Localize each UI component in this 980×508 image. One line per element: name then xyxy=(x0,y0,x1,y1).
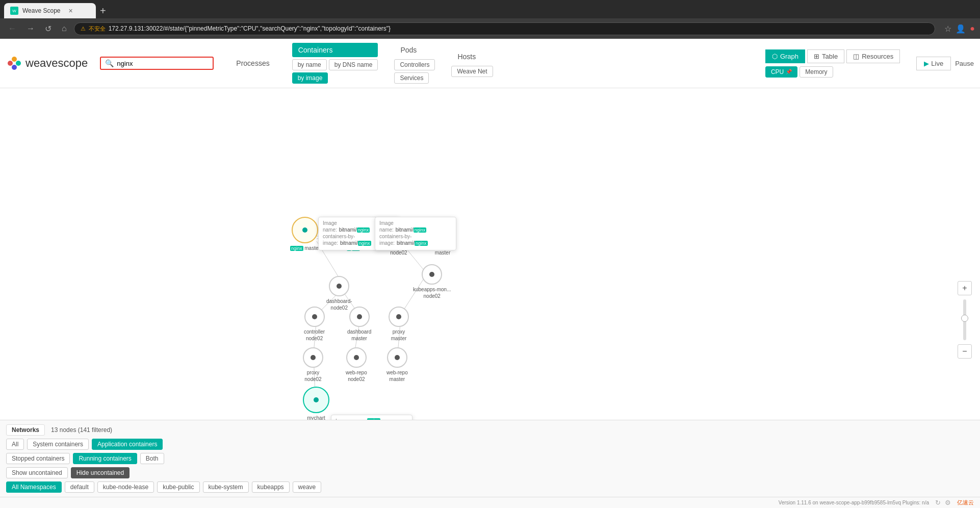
new-tab-button[interactable]: + xyxy=(96,5,110,17)
hide-uncontained-button[interactable]: Hide uncontained xyxy=(71,467,130,478)
node-label-proxy-master: proxymaster xyxy=(391,328,407,342)
subnav-services[interactable]: Services xyxy=(394,72,429,84)
node-circle-chartsvc-master xyxy=(432,221,453,241)
node-kubeapps-mon-node02[interactable]: kubeapps-mon...node02 xyxy=(413,264,451,299)
live-button[interactable]: ▶ Live xyxy=(916,57,951,70)
settings-version-icon[interactable]: ⚙ xyxy=(945,499,951,506)
ns-kubeapps-button[interactable]: kubeapps xyxy=(252,481,290,493)
containers-sub-row: by name by DNS name xyxy=(292,59,378,70)
node-circle-chartsvc-node02 xyxy=(389,221,409,241)
nav-containers[interactable]: Containers xyxy=(292,43,378,57)
cpu-label: CPU xyxy=(771,68,784,75)
node-proxy-node02[interactable]: proxynode02 xyxy=(303,347,323,383)
node-dot xyxy=(360,227,365,233)
resources-view-button[interactable]: ◫ Resources xyxy=(846,49,900,63)
svg-point-2 xyxy=(8,61,13,66)
ns-kube-node-lease-button[interactable]: kube-node-lease xyxy=(97,481,154,493)
graph-canvas[interactable]: nginx master Image name: bitnami/nginx c… xyxy=(0,88,980,420)
filter-stopped-button[interactable]: Stopped containers xyxy=(6,453,70,464)
profile-icon[interactable]: 👤 xyxy=(956,24,966,34)
subnav-by-name[interactable]: by name xyxy=(292,59,327,70)
filter-both-button[interactable]: Both xyxy=(140,453,164,464)
browser-chrome: W Weave Scope × + ← → ↺ ⌂ ⚠ 不安全 172.27.9… xyxy=(0,0,980,39)
node-nginx-node02[interactable]: nginx node02 Image name: bitnami/nginx c… xyxy=(347,217,378,252)
nodes-count: 13 nodes (141 filtered) xyxy=(51,426,112,434)
node-circle-kubeapps-mon-node02 xyxy=(422,264,442,285)
ns-kube-system-button[interactable]: kube-system xyxy=(203,481,249,493)
zoom-slider[interactable] xyxy=(963,299,966,340)
filter-all-button[interactable]: All xyxy=(6,439,24,450)
node-web-repo-node02[interactable]: web-reponode02 xyxy=(346,347,367,383)
refresh-version-icon[interactable]: ↻ xyxy=(935,499,941,506)
node-controller-node02[interactable]: controllernode02 xyxy=(304,307,325,342)
zoom-in-button[interactable]: + xyxy=(958,281,972,295)
table-view-button[interactable]: ⊞ Table xyxy=(807,49,844,63)
svg-text:W: W xyxy=(12,9,16,13)
all-namespaces-button[interactable]: All Namespaces xyxy=(6,481,62,493)
networks-label[interactable]: Networks xyxy=(6,424,45,436)
search-box[interactable]: 🔍 xyxy=(100,57,214,70)
node-proxy-master[interactable]: proxymaster xyxy=(389,307,409,342)
nav-hosts[interactable]: Hosts xyxy=(451,49,493,64)
show-uncontained-button[interactable]: Show uncontained xyxy=(6,467,68,478)
address-bar: ← → ↺ ⌂ ⚠ 不安全 172.27.9.131:30022/#/state… xyxy=(0,18,980,39)
search-input[interactable] xyxy=(117,60,209,67)
table-label: Table xyxy=(822,53,838,60)
node-chartsvc-node02[interactable]: chartsvcnode02 xyxy=(389,221,409,256)
zoom-out-button[interactable]: − xyxy=(958,344,972,359)
subnav-weave-net[interactable]: Weave Net xyxy=(451,66,493,77)
node-web-repo-master[interactable]: web-repomaster xyxy=(386,347,408,383)
extension-icon[interactable]: ● xyxy=(970,24,975,33)
main-area: nginx master Image name: bitnami/nginx c… xyxy=(0,88,980,420)
node-dot xyxy=(357,314,362,319)
bottom-bar: Networks 13 nodes (141 filtered) All Sys… xyxy=(0,420,980,497)
nav-pods[interactable]: Pods xyxy=(394,43,435,57)
graph-view-button[interactable]: ⬡ Graph xyxy=(765,49,805,63)
node-label-nginx-master: nginx master xyxy=(290,245,320,252)
filter-system-button[interactable]: System containers xyxy=(27,439,89,450)
connections-svg xyxy=(0,88,980,420)
zoom-thumb[interactable] xyxy=(961,315,968,322)
memory-metric-button[interactable]: Memory xyxy=(800,66,833,78)
zoom-controls: + − xyxy=(958,281,972,359)
node-circle-proxy-node02 xyxy=(303,347,323,368)
filter-running-button[interactable]: Running containers xyxy=(73,453,137,464)
address-input[interactable]: ⚠ 不安全 172.27.9.131:30022/#/state/{"pinne… xyxy=(74,22,936,35)
subnav-by-image[interactable]: by image xyxy=(292,72,328,84)
filter-application-button[interactable]: Application containers xyxy=(92,439,163,450)
ns-kube-public-button[interactable]: kube-public xyxy=(157,481,199,493)
nav-processes[interactable]: Processes xyxy=(230,56,275,70)
pause-label[interactable]: Pause xyxy=(955,60,974,67)
ns-default-button[interactable]: default xyxy=(65,481,94,493)
ns-weave-button[interactable]: weave xyxy=(293,481,322,493)
graph-icon: ⬡ xyxy=(772,53,778,60)
node-tooltip-mychart-node02: Image name: nginx Command: nginx -g daem… xyxy=(331,415,412,420)
node-circle-dashboard-master xyxy=(349,307,370,327)
node-dot xyxy=(396,228,401,234)
bookmark-icon[interactable]: ☆ xyxy=(944,24,951,34)
node-dot xyxy=(395,355,400,360)
tab-close-button[interactable]: × xyxy=(69,7,73,15)
version-bar: Version 1.11.6 on weave-scope-app-b99fb9… xyxy=(0,497,980,508)
node-chartsvc-master[interactable]: chartsvcmaster xyxy=(432,221,453,256)
node-dot xyxy=(396,314,401,319)
subnav-controllers[interactable]: Controllers xyxy=(394,59,435,70)
node-mychart-node02[interactable]: mychartnode02 Image name: nginx Command:… xyxy=(303,387,329,420)
node-label-proxy-node02: proxynode02 xyxy=(304,369,321,383)
back-button[interactable]: ← xyxy=(5,23,19,34)
node-dashboard-node02[interactable]: dashboard-node02 xyxy=(326,276,352,311)
node-nginx-master[interactable]: nginx master Image name: bitnami/nginx c… xyxy=(290,217,320,252)
processes-nav: Processes xyxy=(230,56,275,70)
home-button[interactable]: ⌂ xyxy=(59,23,70,34)
subnav-by-dns-name[interactable]: by DNS name xyxy=(329,59,378,70)
browser-tab[interactable]: W Weave Scope × xyxy=(4,3,96,18)
refresh-button[interactable]: ↺ xyxy=(42,23,55,35)
filter-row-1: All System containers Application contai… xyxy=(6,439,974,450)
svg-point-5 xyxy=(12,65,17,70)
pods-subnav: Pods Controllers Services xyxy=(394,43,435,84)
node-dashboard-master[interactable]: dashboardmaster xyxy=(347,307,371,342)
cpu-metric-button[interactable]: CPU 📌 xyxy=(765,66,797,78)
pods-sub-row: Controllers xyxy=(394,59,435,70)
forward-button[interactable]: → xyxy=(23,23,38,34)
svg-point-4 xyxy=(12,57,17,62)
